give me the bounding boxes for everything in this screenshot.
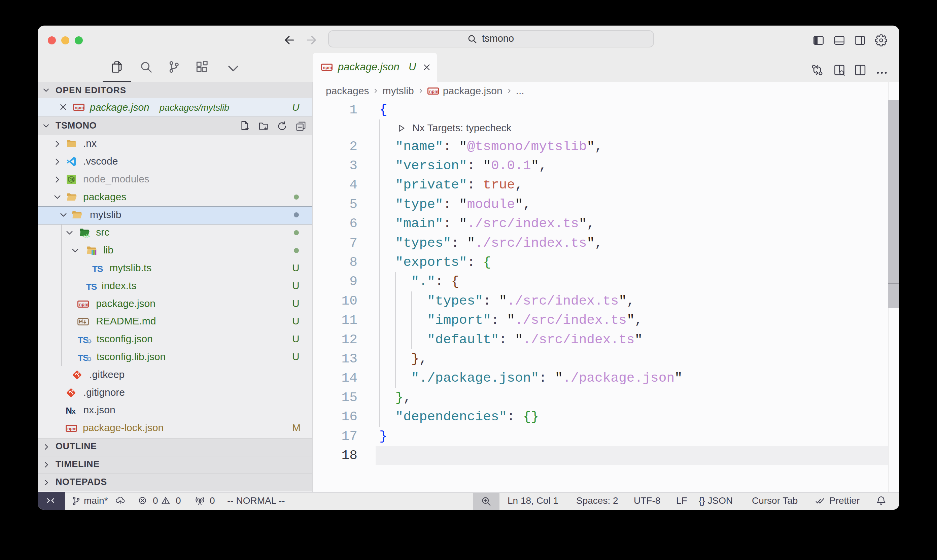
svg-text:npm: npm bbox=[75, 105, 84, 110]
svg-text:</>: </> bbox=[83, 233, 90, 239]
svg-text:npm: npm bbox=[323, 65, 332, 70]
svg-text:npm: npm bbox=[67, 426, 76, 431]
svg-text:npm: npm bbox=[429, 89, 438, 94]
svg-text:JS: JS bbox=[70, 178, 74, 182]
svg-text:npm: npm bbox=[79, 302, 88, 307]
